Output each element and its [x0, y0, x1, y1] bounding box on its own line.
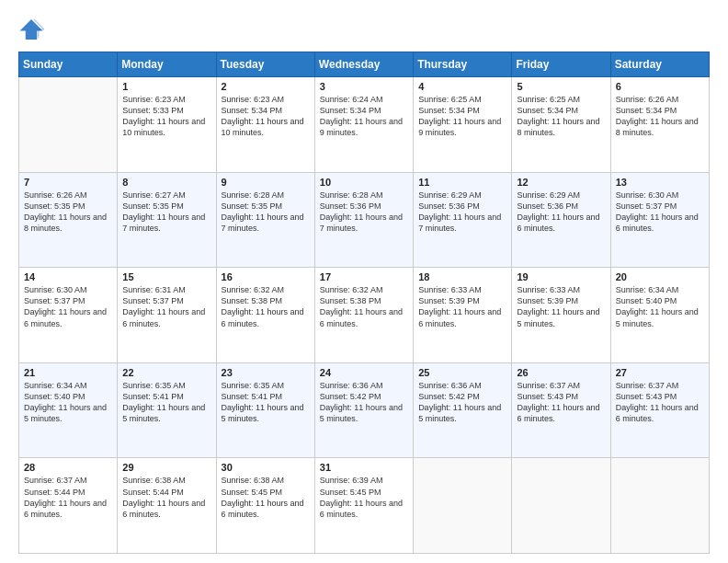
cell-info: Sunrise: 6:28 AM Sunset: 5:35 PM Dayligh… [222, 190, 310, 235]
calendar-cell [19, 77, 118, 173]
day-number: 26 [517, 367, 605, 378]
calendar-cell: 24Sunrise: 6:36 AM Sunset: 5:42 PM Dayli… [314, 362, 413, 458]
header [18, 17, 710, 42]
cell-info: Sunrise: 6:33 AM Sunset: 5:39 PM Dayligh… [418, 284, 506, 329]
calendar-cell: 21Sunrise: 6:34 AM Sunset: 5:40 PM Dayli… [19, 362, 118, 458]
day-number: 29 [122, 462, 210, 473]
cell-info: Sunrise: 6:37 AM Sunset: 5:43 PM Dayligh… [517, 380, 605, 425]
cell-info: Sunrise: 6:29 AM Sunset: 5:36 PM Dayligh… [517, 190, 605, 235]
calendar-cell: 26Sunrise: 6:37 AM Sunset: 5:43 PM Dayli… [512, 362, 610, 458]
day-number: 22 [122, 367, 210, 378]
calendar-cell: 10Sunrise: 6:28 AM Sunset: 5:36 PM Dayli… [314, 172, 413, 268]
day-number: 1 [122, 81, 210, 92]
weekday-saturday: Saturday [610, 52, 709, 77]
calendar-cell: 20Sunrise: 6:34 AM Sunset: 5:40 PM Dayli… [610, 268, 709, 363]
calendar-cell: 30Sunrise: 6:38 AM Sunset: 5:45 PM Dayli… [216, 458, 314, 554]
calendar-cell: 25Sunrise: 6:36 AM Sunset: 5:42 PM Dayli… [414, 362, 512, 458]
page: SundayMondayTuesdayWednesdayThursdayFrid… [0, 0, 728, 563]
calendar-cell [414, 458, 512, 554]
cell-info: Sunrise: 6:31 AM Sunset: 5:37 PM Dayligh… [122, 284, 210, 329]
cell-info: Sunrise: 6:23 AM Sunset: 5:34 PM Dayligh… [222, 94, 310, 139]
cell-info: Sunrise: 6:24 AM Sunset: 5:34 PM Dayligh… [320, 94, 408, 139]
day-number: 17 [320, 271, 408, 282]
calendar-cell: 3Sunrise: 6:24 AM Sunset: 5:34 PM Daylig… [314, 77, 413, 173]
calendar-cell: 11Sunrise: 6:29 AM Sunset: 5:36 PM Dayli… [414, 172, 512, 268]
calendar-cell: 16Sunrise: 6:32 AM Sunset: 5:38 PM Dayli… [216, 268, 314, 363]
calendar-cell: 4Sunrise: 6:25 AM Sunset: 5:34 PM Daylig… [414, 77, 512, 173]
calendar-cell: 19Sunrise: 6:33 AM Sunset: 5:39 PM Dayli… [512, 268, 610, 363]
week-row-5: 28Sunrise: 6:37 AM Sunset: 5:44 PM Dayli… [19, 458, 710, 554]
weekday-sunday: Sunday [19, 52, 118, 77]
calendar-cell: 8Sunrise: 6:27 AM Sunset: 5:35 PM Daylig… [118, 172, 216, 268]
day-number: 3 [320, 81, 408, 92]
calendar-cell: 13Sunrise: 6:30 AM Sunset: 5:37 PM Dayli… [610, 172, 709, 268]
calendar-cell: 15Sunrise: 6:31 AM Sunset: 5:37 PM Dayli… [118, 268, 216, 363]
day-number: 7 [24, 177, 112, 188]
calendar-cell [610, 458, 709, 554]
weekday-header-row: SundayMondayTuesdayWednesdayThursdayFrid… [19, 52, 710, 77]
calendar-cell: 17Sunrise: 6:32 AM Sunset: 5:38 PM Dayli… [314, 268, 413, 363]
weekday-tuesday: Tuesday [216, 52, 314, 77]
cell-info: Sunrise: 6:33 AM Sunset: 5:39 PM Dayligh… [517, 284, 605, 329]
cell-info: Sunrise: 6:36 AM Sunset: 5:42 PM Dayligh… [320, 380, 408, 425]
day-number: 19 [517, 271, 605, 282]
cell-info: Sunrise: 6:37 AM Sunset: 5:44 PM Dayligh… [24, 475, 112, 520]
calendar-cell: 5Sunrise: 6:25 AM Sunset: 5:34 PM Daylig… [512, 77, 610, 173]
cell-info: Sunrise: 6:38 AM Sunset: 5:44 PM Dayligh… [122, 475, 210, 520]
week-row-4: 21Sunrise: 6:34 AM Sunset: 5:40 PM Dayli… [19, 362, 710, 458]
calendar-cell: 23Sunrise: 6:35 AM Sunset: 5:41 PM Dayli… [216, 362, 314, 458]
cell-info: Sunrise: 6:25 AM Sunset: 5:34 PM Dayligh… [517, 94, 605, 139]
calendar-cell: 29Sunrise: 6:38 AM Sunset: 5:44 PM Dayli… [118, 458, 216, 554]
calendar-cell: 22Sunrise: 6:35 AM Sunset: 5:41 PM Dayli… [118, 362, 216, 458]
calendar-cell: 31Sunrise: 6:39 AM Sunset: 5:45 PM Dayli… [314, 458, 413, 554]
cell-info: Sunrise: 6:28 AM Sunset: 5:36 PM Dayligh… [320, 190, 408, 235]
weekday-friday: Friday [512, 52, 610, 77]
day-number: 20 [616, 271, 704, 282]
calendar-cell: 9Sunrise: 6:28 AM Sunset: 5:35 PM Daylig… [216, 172, 314, 268]
cell-info: Sunrise: 6:30 AM Sunset: 5:37 PM Dayligh… [616, 190, 704, 235]
day-number: 30 [222, 462, 310, 473]
day-number: 18 [418, 271, 506, 282]
day-number: 8 [122, 177, 210, 188]
cell-info: Sunrise: 6:34 AM Sunset: 5:40 PM Dayligh… [24, 380, 112, 425]
day-number: 23 [222, 367, 310, 378]
calendar-table: SundayMondayTuesdayWednesdayThursdayFrid… [18, 52, 710, 554]
day-number: 16 [222, 271, 310, 282]
cell-info: Sunrise: 6:26 AM Sunset: 5:35 PM Dayligh… [24, 190, 112, 235]
calendar-cell: 2Sunrise: 6:23 AM Sunset: 5:34 PM Daylig… [216, 77, 314, 173]
cell-info: Sunrise: 6:25 AM Sunset: 5:34 PM Dayligh… [418, 94, 506, 139]
calendar-cell: 12Sunrise: 6:29 AM Sunset: 5:36 PM Dayli… [512, 172, 610, 268]
cell-info: Sunrise: 6:38 AM Sunset: 5:45 PM Dayligh… [222, 475, 310, 520]
cell-info: Sunrise: 6:34 AM Sunset: 5:40 PM Dayligh… [616, 284, 704, 329]
cell-info: Sunrise: 6:27 AM Sunset: 5:35 PM Dayligh… [122, 190, 210, 235]
calendar-cell: 1Sunrise: 6:23 AM Sunset: 5:33 PM Daylig… [118, 77, 216, 173]
cell-info: Sunrise: 6:35 AM Sunset: 5:41 PM Dayligh… [222, 380, 310, 425]
weekday-thursday: Thursday [414, 52, 512, 77]
cell-info: Sunrise: 6:32 AM Sunset: 5:38 PM Dayligh… [320, 284, 408, 329]
day-number: 13 [616, 177, 704, 188]
day-number: 27 [616, 367, 704, 378]
cell-info: Sunrise: 6:36 AM Sunset: 5:42 PM Dayligh… [418, 380, 506, 425]
calendar-cell: 7Sunrise: 6:26 AM Sunset: 5:35 PM Daylig… [19, 172, 118, 268]
cell-info: Sunrise: 6:37 AM Sunset: 5:43 PM Dayligh… [616, 380, 704, 425]
day-number: 5 [517, 81, 605, 92]
weekday-monday: Monday [118, 52, 216, 77]
week-row-3: 14Sunrise: 6:30 AM Sunset: 5:37 PM Dayli… [19, 268, 710, 363]
day-number: 31 [320, 462, 408, 473]
day-number: 4 [418, 81, 506, 92]
logo-icon [18, 17, 44, 42]
calendar-cell: 6Sunrise: 6:26 AM Sunset: 5:34 PM Daylig… [610, 77, 709, 173]
day-number: 15 [122, 271, 210, 282]
calendar-cell: 14Sunrise: 6:30 AM Sunset: 5:37 PM Dayli… [19, 268, 118, 363]
cell-info: Sunrise: 6:29 AM Sunset: 5:36 PM Dayligh… [418, 190, 506, 235]
day-number: 10 [320, 177, 408, 188]
cell-info: Sunrise: 6:23 AM Sunset: 5:33 PM Dayligh… [122, 94, 210, 139]
day-number: 2 [222, 81, 310, 92]
cell-info: Sunrise: 6:26 AM Sunset: 5:34 PM Dayligh… [616, 94, 704, 139]
day-number: 9 [222, 177, 310, 188]
cell-info: Sunrise: 6:30 AM Sunset: 5:37 PM Dayligh… [24, 284, 112, 329]
cell-info: Sunrise: 6:35 AM Sunset: 5:41 PM Dayligh… [122, 380, 210, 425]
day-number: 14 [24, 271, 112, 282]
logo [18, 17, 48, 42]
calendar-cell: 27Sunrise: 6:37 AM Sunset: 5:43 PM Dayli… [610, 362, 709, 458]
